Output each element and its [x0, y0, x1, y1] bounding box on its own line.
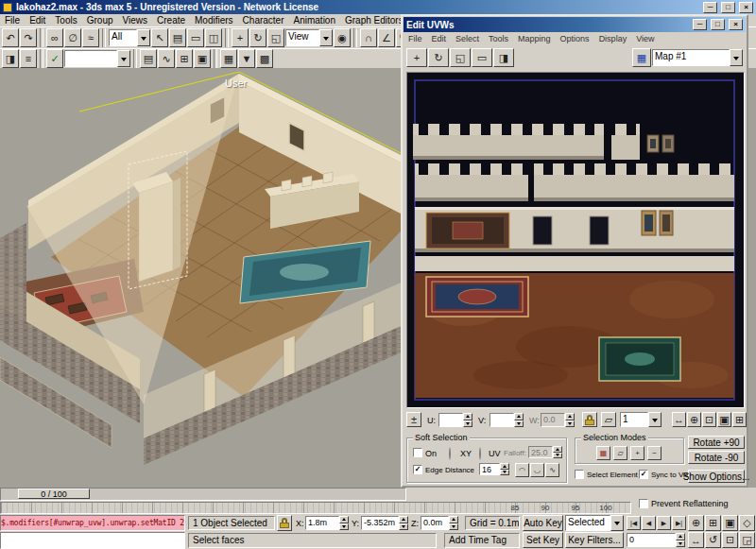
dialog-close-button[interactable]: × [729, 19, 743, 30]
pan-icon[interactable]: ↔ [672, 412, 686, 427]
dropdown-arrow-icon[interactable] [137, 29, 150, 46]
dialog-menu-item[interactable]: Edit [427, 33, 452, 44]
lock-selected-icon[interactable] [582, 412, 597, 427]
shrink-selection-icon[interactable]: − [647, 446, 662, 460]
redo-icon[interactable]: ↷ [20, 28, 37, 47]
bind-spacewarp-icon[interactable]: ≈ [82, 28, 99, 47]
undo-icon[interactable]: ↶ [2, 28, 19, 47]
xy-radio[interactable] [449, 447, 451, 460]
rotate-plus-90-button[interactable]: Rotate +90 [688, 436, 745, 449]
zoom-icon[interactable]: ⊕ [687, 412, 701, 427]
menu-item[interactable]: File [0, 14, 25, 26]
zoom-region-icon[interactable]: ⊡ [702, 412, 716, 427]
v-spinner[interactable] [514, 413, 524, 427]
dialog-titlebar[interactable]: Edit UVWs ─ □ × [404, 17, 746, 32]
edge-mode-icon[interactable]: ▱ [613, 446, 627, 460]
link-icon[interactable]: ∞ [46, 28, 63, 47]
key-filters-button[interactable]: Key Filters... [565, 532, 624, 548]
layer-manager-icon[interactable]: ▤ [140, 49, 157, 68]
frame-spinner[interactable] [676, 533, 685, 547]
arc-rotate-icon[interactable]: ↺ [705, 532, 721, 548]
menu-item[interactable]: Views [118, 14, 153, 26]
set-key-button[interactable]: Set Key [523, 532, 563, 548]
dropdown-arrow-icon[interactable] [730, 49, 743, 66]
select-object-icon[interactable]: ↖ [151, 28, 168, 47]
dialog-menu-item[interactable]: Options [556, 33, 594, 44]
sync-viewport-checkbox[interactable]: ✓ [639, 470, 648, 479]
select-rotate-icon[interactable]: ↻ [249, 28, 266, 47]
menu-item[interactable]: Character [238, 14, 289, 26]
zoom-all-icon[interactable]: ⊞ [705, 515, 721, 531]
select-move-icon[interactable]: + [232, 28, 249, 47]
face-mode-icon[interactable]: ▦ [596, 446, 610, 460]
maximize-button[interactable]: □ [721, 2, 735, 13]
uv-radio[interactable] [479, 447, 481, 460]
v-field[interactable] [490, 413, 514, 427]
key-selection-combo[interactable]: Selected [565, 515, 624, 531]
render-type-icon[interactable]: ▼ [238, 49, 255, 68]
falloff-curve-smooth-icon[interactable]: ◠ [515, 463, 529, 477]
current-frame-field[interactable]: 0 [627, 533, 676, 547]
time-slider-grip[interactable]: 0 / 100 [18, 489, 90, 499]
angle-snap-icon[interactable]: ∠ [378, 28, 395, 47]
minimize-button[interactable]: ─ [703, 2, 717, 13]
previous-frame-icon[interactable]: ◀ [642, 516, 656, 530]
show-map-icon[interactable]: ▦ [632, 48, 651, 67]
edge-distance-checkbox[interactable]: ✓ [413, 465, 422, 474]
uv-editor-canvas[interactable] [406, 72, 745, 408]
maxscript-listener-macro-line[interactable]: $.modifiers[#unwrap_uvw].unwrap.setMatID… [0, 515, 185, 531]
time-slider[interactable]: 0 / 100 [0, 488, 406, 501]
dropdown-arrow-icon[interactable] [648, 412, 662, 427]
dialog-menu-item[interactable]: Mapping [513, 33, 556, 44]
uvw-freeform-icon[interactable]: ▭ [472, 48, 492, 67]
selection-region-icon[interactable]: ▭ [187, 28, 204, 47]
menu-item[interactable]: Create [152, 14, 190, 26]
min-max-toggle-icon[interactable]: ◲ [739, 532, 755, 548]
auto-key-button[interactable]: Auto Key [523, 515, 563, 531]
menu-item[interactable]: Animation [289, 14, 340, 26]
dialog-menu-item[interactable]: File [404, 33, 427, 44]
y-spinner[interactable] [399, 516, 408, 530]
curve-editor-icon[interactable]: ∿ [158, 49, 175, 68]
grow-selection-icon[interactable]: + [630, 446, 644, 460]
unlink-icon[interactable]: ∅ [64, 28, 81, 47]
uvw-move-icon[interactable]: + [406, 48, 427, 67]
viewport-label[interactable]: User [225, 77, 247, 89]
mirror-icon[interactable]: ◨ [2, 49, 19, 68]
add-time-tag[interactable]: Add Time Tag [444, 533, 520, 548]
menu-item[interactable]: Modifiers [190, 14, 238, 26]
dialog-menu-item[interactable]: Select [451, 33, 484, 44]
soft-selection-on-checkbox[interactable] [413, 448, 422, 457]
u-spinner[interactable] [463, 413, 472, 427]
grid-snap-icon[interactable]: ⊞ [732, 412, 747, 427]
y-coordinate-field[interactable]: -5.352m [361, 516, 399, 530]
snap-toggle-icon[interactable]: ∩ [360, 28, 377, 47]
z-coordinate-field[interactable]: 0.0m [421, 516, 449, 530]
z-spinner[interactable] [449, 516, 458, 530]
dropdown-arrow-icon[interactable] [610, 515, 624, 531]
u-field[interactable] [438, 413, 463, 427]
zoom-region-viewport-icon[interactable]: ⊡ [722, 532, 738, 548]
dropdown-arrow-icon[interactable] [319, 29, 333, 46]
close-button[interactable]: × [739, 2, 753, 13]
field-of-view-icon[interactable]: ◇ [739, 515, 755, 531]
named-selection-combo[interactable] [64, 50, 130, 67]
dialog-maximize-button[interactable]: □ [711, 19, 725, 30]
use-pivot-icon[interactable]: ◉ [334, 28, 351, 47]
zoom-extents-icon[interactable]: ▣ [717, 412, 731, 427]
matid-combo[interactable]: 1 [620, 412, 662, 427]
quick-render-icon[interactable]: ▩ [256, 49, 273, 68]
dialog-menu-item[interactable]: Tools [484, 33, 513, 44]
x-coordinate-field[interactable]: 1.8m [305, 516, 339, 530]
falloff-curve-slow-icon[interactable]: ∿ [545, 463, 559, 477]
falloff-curve-linear-icon[interactable]: ◡ [530, 463, 544, 477]
show-options-button[interactable]: Show Options... [688, 470, 745, 483]
align-icon[interactable]: ≡ [20, 49, 37, 68]
dropdown-arrow-icon[interactable] [117, 50, 130, 67]
track-bar[interactable]: 859095100 [0, 502, 631, 514]
maxscript-listener-script-line[interactable] [0, 532, 185, 549]
select-scale-icon[interactable]: ◱ [267, 28, 284, 47]
select-element-checkbox[interactable] [575, 470, 584, 479]
filter-faces-icon[interactable]: ▱ [601, 412, 616, 427]
dialog-menu-item[interactable]: Display [594, 33, 632, 44]
